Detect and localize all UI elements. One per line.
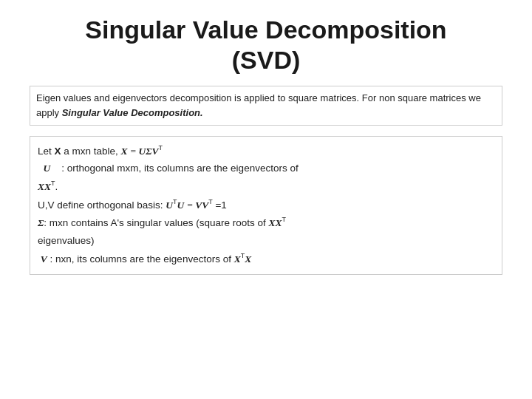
- uv-line: U,V define orthogonal basis: UTU = VVT =…: [38, 197, 494, 214]
- x-var: X: [55, 145, 61, 156]
- main-title: Singular Value Decomposition (SVD): [30, 15, 502, 75]
- v-var: V: [151, 145, 158, 156]
- xxt-line: XXT.: [38, 178, 494, 195]
- u-label: U: [44, 163, 51, 174]
- eq2: =: [187, 199, 195, 210]
- x-eq-var: X: [121, 145, 128, 156]
- vvt-v: VV: [195, 199, 208, 210]
- intro-paragraph: Eigen values and eigenvectors decomposit…: [30, 86, 502, 126]
- content-block: Let X a mxn table, X = UΣVT U : orthogon…: [30, 136, 502, 275]
- xtx-x: X: [245, 253, 251, 264]
- title-block: Singular Value Decomposition (SVD): [30, 15, 502, 75]
- sigma-label: Σ: [38, 217, 44, 228]
- utu-u: U: [166, 199, 173, 210]
- eq-sign: =: [130, 145, 138, 156]
- dot-end: .: [55, 181, 58, 192]
- v-line: V : nxn, its columns are the eigenvector…: [38, 250, 494, 267]
- v-label: V: [41, 253, 47, 264]
- eq-one: =1: [215, 199, 226, 210]
- u-var: U: [138, 145, 146, 156]
- xx-var: XX: [38, 181, 51, 192]
- xxt2-var: XX: [269, 217, 282, 228]
- title-line1: Singular Value Decomposition: [85, 16, 446, 44]
- let-line: Let X a mxn table, X = UΣVT: [38, 143, 494, 160]
- sigma-line: Σ: mxn contains A's singular values (squ…: [38, 214, 494, 231]
- title-line2: (SVD): [232, 46, 301, 74]
- vvt-t-sup: T: [208, 198, 213, 205]
- svd-label: Singular Value Decomposition.: [62, 107, 203, 118]
- xtx-var: X: [234, 253, 241, 264]
- t-sup3: T: [282, 216, 287, 223]
- u-line: U : orthogonal mxm, its columns are the …: [38, 160, 494, 177]
- t-sup: T: [159, 144, 163, 151]
- page: Singular Value Decomposition (SVD) Eigen…: [0, 0, 532, 399]
- utu-u2: U: [177, 199, 185, 210]
- eigenvalues-line: eigenvalues): [38, 233, 494, 250]
